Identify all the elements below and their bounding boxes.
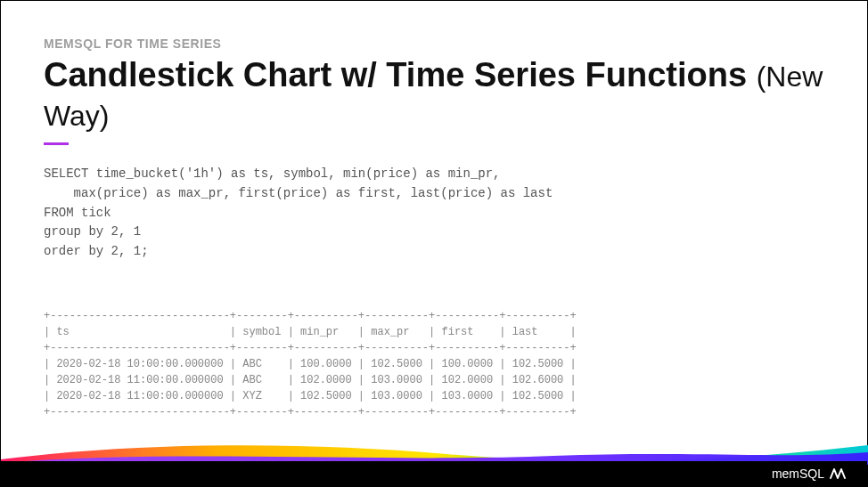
sql-code-block: SELECT time_bucket('1h') as ts, symbol, … [44,165,824,261]
brand: memSQL [772,467,846,481]
slide-title: Candlestick Chart w/ Time Series Functio… [44,56,824,134]
footer-bar: memSQL [1,461,867,486]
brand-text: memSQL [772,467,824,481]
result-table: +----------------------------+--------+-… [44,308,824,420]
brand-logo-icon [830,467,846,480]
slide-footer: memSQL [1,450,867,486]
title-main: Candlestick Chart w/ Time Series Functio… [44,56,757,93]
slide: MEMSQL FOR TIME SERIES Candlestick Chart… [0,0,868,487]
eyebrow-text: MEMSQL FOR TIME SERIES [44,37,824,51]
slide-content: MEMSQL FOR TIME SERIES Candlestick Chart… [44,37,824,420]
accent-rule [44,142,69,145]
